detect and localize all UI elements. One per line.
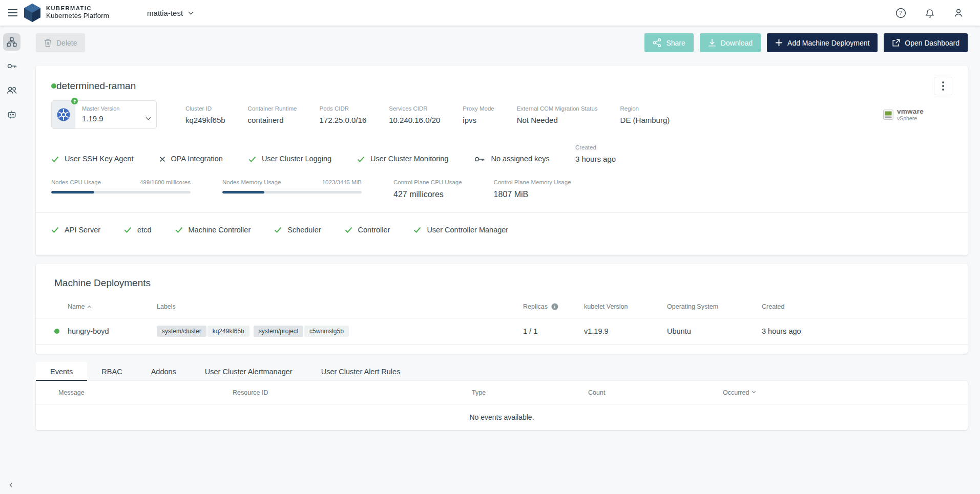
tab-user-cluster-alertmanager[interactable]: User Cluster Alertmanager [191,362,307,381]
download-button[interactable]: Download [700,33,761,52]
check-icon [175,227,183,233]
key-icon [474,155,485,164]
sidebar-item-ssh-keys[interactable] [3,57,20,75]
health-etcd: etcd [124,226,151,234]
usage-label: Nodes CPU Usage [51,179,101,185]
nodes-cpu-usage: Nodes CPU Usage 499/1600 millicores [51,179,191,199]
master-version-selector[interactable]: Master Version 1.19.9 [51,100,157,129]
info-value: Not Needed [517,116,598,124]
column-label: Name [68,303,85,310]
share-button[interactable]: Share [644,33,693,52]
sidebar-item-service-accounts[interactable] [3,105,20,123]
column-label: Operating System [667,303,718,310]
label-chip-key: system/cluster [157,326,206,337]
download-icon [708,38,716,47]
events-header-row: Message Resource ID Type Count Occurred [36,381,968,404]
health-label: Controller [358,226,390,234]
machine-deployment-row[interactable]: hungry-boyd system/cluster kq249kf65b sy… [36,318,968,345]
add-machine-deployment-button[interactable]: Add Machine Deployment [767,33,878,52]
health-api-server: API Server [51,226,100,234]
tab-label: User Cluster Alertmanager [205,368,293,376]
label-chip-value: kq249kf65b [207,326,249,337]
master-version-label: Master Version [82,105,150,112]
column-header-replicas: Replicas [523,303,584,310]
tab-label: RBAC [101,368,122,376]
md-status-dot [54,329,59,334]
column-label: Occurred [723,389,749,396]
ssh-keys-status[interactable]: No assigned keys [474,154,549,164]
events-card: Message Resource ID Type Count Occurred … [36,381,968,430]
info-value: 172.25.0.0/16 [319,116,366,124]
cluster-created: Created 3 hours ago [575,144,616,164]
nodes-memory-usage: Nodes Memory Usage 1023/3445 MiB [222,179,362,199]
column-label: Replicas [523,303,548,310]
usage-value: 499/1600 millicores [140,179,191,185]
tab-addons[interactable]: Addons [137,362,191,381]
feature-label: User Cluster Logging [262,154,331,164]
help-button[interactable]: ? [892,5,909,22]
project-selector[interactable]: mattia-test [147,9,193,17]
plus-icon [775,39,783,47]
version-text: Master Version 1.19.9 [75,101,156,128]
health-label: etcd [137,226,151,234]
toolbar-actions: Share Download Add Machine Deployment Op… [644,33,968,52]
usage-label: Nodes Memory Usage [222,179,281,185]
health-label: User Controller Manager [427,226,508,234]
open-dashboard-label: Open Dashboard [905,39,960,47]
feature-opa-integration: OPA Integration [159,154,223,164]
kubernetes-icon [56,108,71,122]
info-label: External CCM Migration Status [517,105,598,112]
sidebar-item-members[interactable] [3,81,20,99]
ssh-keys-label: No assigned keys [491,154,549,164]
cluster-header: determined-raman [51,77,952,95]
events-empty-message: No events available. [36,404,968,430]
cluster-detail-card: determined-raman Master Version 1.19.9 [36,66,968,255]
cluster-usage-row: Nodes CPU Usage 499/1600 millicores Node… [51,179,952,199]
feature-user-cluster-logging: User Cluster Logging [248,154,331,164]
kubermatic-logo-icon [24,3,41,23]
md-labels-cell: system/cluster kq249kf65b system/project… [157,326,523,337]
trash-icon [44,38,52,47]
column-header-operating-system: Operating System [667,303,762,310]
column-header-occurred[interactable]: Occurred [723,389,945,396]
label-chip-pair: system/cluster kq249kf65b [157,326,249,337]
cluster-info-columns: Cluster ID kq249kf65b Container Runtime … [185,105,670,124]
column-label: Message [58,389,85,396]
cluster-features-row: User SSH Key Agent OPA Integration User … [51,144,952,164]
tab-events[interactable]: Events [36,362,87,381]
help-icon: ? [895,8,906,18]
check-icon [51,156,59,162]
delete-button-label: Delete [56,39,77,47]
tab-rbac[interactable]: RBAC [87,362,136,381]
sidebar-collapse-button[interactable] [0,483,24,487]
notifications-button[interactable] [922,5,938,22]
svg-text:?: ? [900,10,903,16]
info-ccm-migration-status: External CCM Migration Status Not Needed [517,105,598,124]
tab-user-cluster-alert-rules[interactable]: User Cluster Alert Rules [307,362,415,381]
info-icon[interactable] [551,303,558,310]
cluster-health-row: API Server etcd Machine Controller Sched… [36,212,968,255]
info-label: Cluster ID [185,105,225,112]
hamburger-menu-button[interactable] [5,6,20,19]
navbar-actions: ? [892,5,967,22]
label-chip-pair: system/project c5wnmslg5b [254,326,349,337]
user-menu-button[interactable] [950,5,967,21]
usage-value: 427 millicores [393,190,462,199]
kebab-icon [942,81,944,91]
check-icon [345,227,352,233]
brand-subtitle: Kubernetes Platform [46,12,109,20]
open-dashboard-button[interactable]: Open Dashboard [884,33,968,52]
feature-user-ssh-key-agent: User SSH Key Agent [51,154,134,164]
check-icon [248,156,256,162]
cluster-menu-button[interactable] [934,77,952,95]
progress-bar-fill [51,191,94,194]
members-icon [6,85,17,95]
column-header-count: Count [588,389,723,396]
vendor-product: vSphere [897,116,924,122]
brand-text: KUBERMATIC Kubernetes Platform [46,5,109,21]
column-header-name[interactable]: Name [54,303,157,310]
sidebar-item-clusters[interactable] [3,33,20,51]
delete-cluster-button[interactable]: Delete [36,33,85,52]
info-cluster-id: Cluster ID kq249kf65b [185,105,225,124]
check-icon [413,227,421,233]
